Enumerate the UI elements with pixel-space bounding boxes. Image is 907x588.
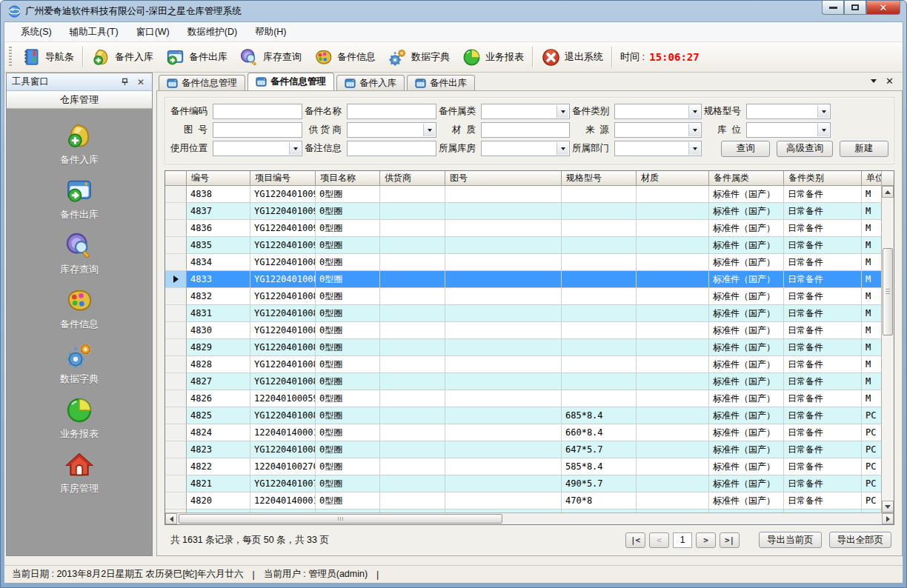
search-select[interactable]: [614, 122, 702, 138]
chevron-down-icon[interactable]: [871, 79, 877, 83]
row-selector[interactable]: [165, 339, 187, 356]
toolbar-button-bag-plus[interactable]: 备件入库: [85, 44, 159, 70]
search-input[interactable]: [213, 104, 302, 119]
last-page-button[interactable]: >|: [720, 532, 740, 548]
row-selector[interactable]: [165, 186, 187, 203]
column-header[interactable]: 图号: [445, 171, 562, 186]
new-button[interactable]: 新建: [840, 141, 888, 157]
table-row[interactable]: 482412204014000120型圈660*8.4标准件（国产）日常备件PC: [165, 424, 881, 441]
maximize-button[interactable]: [844, 1, 866, 15]
table-row[interactable]: 4832YG122040100870型圈标准件（国产）日常备件M: [165, 288, 881, 305]
search-select[interactable]: [481, 141, 570, 156]
sidebar-item-search[interactable]: 库存查询: [60, 231, 99, 276]
sidebar-item-palette[interactable]: 备件信息: [60, 286, 99, 331]
search-select[interactable]: [746, 122, 831, 138]
search-select[interactable]: [614, 104, 702, 119]
close-tab-icon[interactable]: ✕: [886, 76, 894, 86]
table-row[interactable]: 482012204014000130型圈470*8标准件（国产）日常备件PC: [165, 492, 881, 510]
next-page-button[interactable]: >: [696, 532, 716, 548]
prev-page-button[interactable]: <: [649, 532, 669, 548]
export-current-page-button[interactable]: 导出当前页: [759, 532, 822, 548]
search-input[interactable]: [213, 122, 302, 138]
scroll-right-button[interactable]: [882, 513, 894, 524]
row-selector[interactable]: [165, 356, 187, 373]
table-row[interactable]: 4837YG122040100920型圈标准件（国产）日常备件M: [165, 203, 881, 220]
row-selector[interactable]: [165, 237, 187, 254]
toolbar-button-book[interactable]: 导航条: [16, 44, 80, 70]
column-header[interactable]: 单位: [862, 171, 881, 186]
menu-item[interactable]: 数据维护(D): [179, 22, 246, 41]
table-row[interactable]: 482612204010005990型圈标准件（国产）日常备件M: [165, 390, 881, 407]
column-header[interactable]: 编号: [187, 171, 250, 186]
table-row[interactable]: 4828YG122040100830型圈标准件（国产）日常备件M: [165, 356, 881, 373]
table-row[interactable]: 4821YG122040100790型圈490*5.7标准件（国产）日常备件PC: [165, 475, 881, 492]
horizontal-scrollbar[interactable]: [165, 512, 894, 524]
scroll-down-button[interactable]: [882, 501, 894, 512]
search-input[interactable]: [481, 122, 570, 138]
row-selector[interactable]: [165, 424, 187, 441]
vertical-scroll-track[interactable]: [882, 198, 894, 501]
table-row[interactable]: 4827YG122040100820型圈标准件（国产）日常备件M: [165, 373, 881, 390]
column-header[interactable]: 项目编号: [250, 171, 316, 186]
tab-2[interactable]: 备件入库: [336, 75, 405, 90]
menu-item[interactable]: 辅助工具(T): [61, 22, 127, 41]
close-button[interactable]: ✕: [866, 1, 900, 15]
search-input[interactable]: [347, 141, 436, 156]
table-row[interactable]: 4833YG122040100880型圈标准件（国产）日常备件M: [165, 271, 881, 288]
scroll-up-button[interactable]: [882, 186, 894, 198]
table-row[interactable]: 4829YG122040100840型圈标准件（国产）日常备件M: [165, 339, 881, 356]
table-row[interactable]: 4835YG122040100900型圈标准件（国产）日常备件M: [165, 237, 881, 254]
scroll-left-button[interactable]: [165, 513, 177, 524]
toolbar-button-window-out[interactable]: 备件出库: [159, 44, 233, 70]
first-page-button[interactable]: |<: [625, 532, 645, 548]
column-header[interactable]: 供货商: [380, 171, 445, 186]
table-row[interactable]: 482212204010027000型圈585*8.4标准件（国产）日常备件PC: [165, 458, 881, 475]
sidebar-item-house[interactable]: 库房管理: [60, 450, 99, 495]
row-selector[interactable]: [165, 373, 187, 390]
column-header[interactable]: 材质: [637, 171, 709, 186]
toolbar-button-exit[interactable]: 退出系统: [535, 44, 609, 70]
pin-icon[interactable]: [119, 76, 130, 87]
search-input[interactable]: [347, 104, 436, 119]
sidebar-item-bag-plus[interactable]: 备件入库: [60, 121, 99, 167]
sidebar-item-pie[interactable]: 业务报表: [60, 395, 99, 441]
row-selector[interactable]: [165, 407, 187, 424]
table-row[interactable]: 4831YG122040100860型圈标准件（国产）日常备件M: [165, 305, 881, 322]
table-row[interactable]: 4834YG122040100890型圈标准件（国产）日常备件M: [165, 254, 881, 271]
toolbar-button-palette[interactable]: 备件信息: [308, 44, 382, 70]
search-select[interactable]: [746, 104, 831, 119]
sidebar-item-gears[interactable]: 数据字典: [60, 341, 99, 386]
column-header[interactable]: 项目名称: [316, 171, 380, 186]
table-row[interactable]: 4838YG122040100930型圈标准件（国产）日常备件M: [165, 186, 881, 203]
menu-item[interactable]: 系统(S): [12, 22, 61, 41]
close-panel-icon[interactable]: ✕: [135, 76, 147, 87]
row-selector[interactable]: [165, 322, 187, 339]
row-selector[interactable]: [165, 220, 187, 237]
query-button[interactable]: 查询: [721, 141, 770, 157]
horizontal-scroll-thumb[interactable]: [179, 514, 502, 524]
vertical-scrollbar[interactable]: [881, 171, 894, 512]
row-selector[interactable]: [165, 441, 187, 458]
row-selector[interactable]: [165, 271, 187, 288]
row-selector[interactable]: [165, 305, 187, 322]
tab-1[interactable]: 备件信息管理: [247, 73, 334, 90]
table-row[interactable]: 4825YG122040100810型圈685*8.4标准件（国产）日常备件PC: [165, 407, 881, 424]
menu-item[interactable]: 窗口(W): [127, 22, 179, 41]
table-row[interactable]: 4830YG122040100850型圈标准件（国产）日常备件M: [165, 322, 881, 339]
row-selector[interactable]: [165, 475, 187, 492]
column-header[interactable]: 备件属类: [709, 171, 784, 186]
sidebar-item-window-out[interactable]: 备件出库: [60, 176, 99, 221]
horizontal-scroll-track[interactable]: [177, 513, 882, 524]
minimize-button[interactable]: [822, 1, 844, 15]
tab-0[interactable]: 备件信息管理: [159, 75, 245, 90]
row-selector[interactable]: [165, 254, 187, 271]
vertical-scroll-thumb[interactable]: [883, 248, 893, 335]
search-select[interactable]: [481, 104, 570, 119]
export-all-pages-button[interactable]: 导出全部页: [829, 532, 892, 548]
column-header[interactable]: 备件类别: [784, 171, 862, 186]
toolbar-button-gears[interactable]: 数据字典: [382, 44, 456, 70]
table-row[interactable]: 4836YG122040100910型圈标准件（国产）日常备件M: [165, 220, 881, 237]
toolbar-button-pie[interactable]: 业务报表: [456, 44, 530, 70]
row-selector[interactable]: [165, 458, 187, 475]
search-select[interactable]: [614, 141, 702, 156]
